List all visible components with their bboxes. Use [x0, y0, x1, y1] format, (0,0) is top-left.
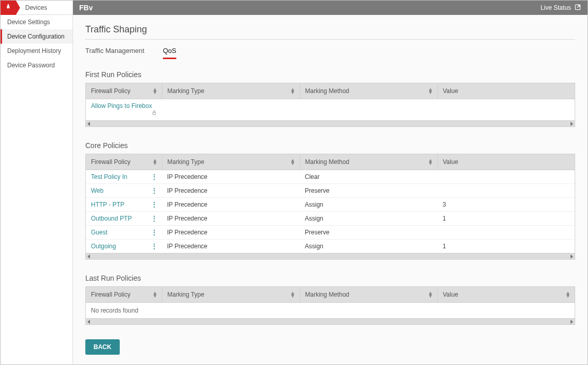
column-header-marking-method[interactable]: Marking Method▲▼: [300, 83, 437, 99]
cell-marking-method: Assign: [300, 212, 437, 226]
cell-value: 1: [437, 212, 575, 226]
sort-icon: ▲▼: [290, 159, 296, 165]
cell-marking-type: IP Precedence: [162, 226, 300, 240]
column-header-label: Marking Type: [168, 87, 205, 95]
column-header-marking-method[interactable]: Marking Method▲▼: [300, 154, 437, 170]
row-menu-icon[interactable]: ⋮: [151, 243, 157, 250]
cell-marking-method: Clear: [300, 170, 437, 184]
tab-qos[interactable]: QoS: [163, 47, 176, 59]
column-header-value[interactable]: Value▲▼: [437, 287, 575, 303]
main: FBv Live Status Traffic Shaping Traffic …: [73, 1, 587, 364]
sort-icon: ▲▼: [428, 159, 433, 165]
section-title-first-run: First Run Policies: [85, 70, 575, 79]
horizontal-scrollbar[interactable]: [86, 120, 575, 126]
section-last-run: Last Run Policies Firewall Policy▲▼ Mark…: [85, 274, 575, 325]
table-row: HTTP - PTP⋮IP PrecedenceAssign3: [86, 198, 575, 212]
column-header-marking-type[interactable]: Marking Type▲▼: [162, 83, 300, 99]
column-header-label: Value: [443, 291, 458, 298]
cell-marking-method: Assign: [300, 198, 437, 212]
row-menu-icon[interactable]: ⋮: [151, 215, 157, 222]
sidebar-header: Devices: [1, 1, 72, 15]
live-status-label: Live Status: [541, 4, 571, 11]
sidebar-item-device-settings[interactable]: Device Settings: [1, 15, 72, 29]
cell-value: [437, 99, 575, 121]
column-header-label: Marking Type: [168, 291, 205, 298]
cell-marking-type: IP Precedence: [162, 184, 300, 198]
column-header-firewall-policy[interactable]: Firewall Policy▲▼: [86, 154, 162, 170]
column-header-value[interactable]: Value: [437, 154, 575, 170]
sort-icon: ▲▼: [565, 291, 571, 298]
sidebar-item-device-password[interactable]: Device Password: [1, 58, 72, 72]
svg-rect-3: [153, 113, 156, 115]
column-header-firewall-policy[interactable]: Firewall Policy▲▼: [86, 287, 162, 303]
cell-marking-method: Assign: [300, 240, 437, 253]
page-title: Traffic Shaping: [85, 24, 575, 40]
svg-point-1: [7, 8, 9, 10]
cell-marking-type: IP Precedence: [162, 198, 300, 212]
column-header-label: Marking Method: [305, 291, 350, 298]
back-button[interactable]: BACK: [85, 339, 120, 355]
svg-marker-0: [1, 1, 20, 15]
cell-marking-method: Preserve: [300, 184, 437, 198]
horizontal-scrollbar[interactable]: [86, 318, 575, 324]
row-menu-icon[interactable]: ⋮: [151, 229, 157, 236]
row-menu-icon[interactable]: ⋮: [151, 173, 157, 180]
sidebar: Devices Device Settings Device Configura…: [1, 1, 73, 364]
tab-traffic-management[interactable]: Traffic Management: [85, 47, 144, 59]
row-menu-icon[interactable]: ⋮: [151, 187, 157, 194]
cell-marking-type: IP Precedence: [162, 240, 300, 253]
cell-value: 3: [437, 198, 575, 212]
cell-marking-type: [162, 99, 300, 121]
policy-link[interactable]: HTTP - PTP: [91, 201, 124, 208]
live-status-button[interactable]: Live Status: [541, 4, 581, 12]
column-header-label: Value: [443, 158, 458, 166]
cell-value: [437, 170, 575, 184]
cell-value: [437, 226, 575, 240]
horizontal-scrollbar[interactable]: [86, 253, 575, 259]
policy-link[interactable]: Test Policy In: [91, 173, 127, 180]
table-row: Guest⋮IP PrecedencePreserve: [86, 226, 575, 240]
external-link-icon: [574, 4, 581, 12]
column-header-marking-type[interactable]: Marking Type▲▼: [162, 287, 300, 303]
policy-link[interactable]: Web: [91, 187, 103, 194]
sidebar-item-device-configuration[interactable]: Device Configuration: [1, 29, 72, 44]
column-header-label: Firewall Policy: [91, 291, 131, 298]
sort-icon: ▲▼: [153, 159, 158, 165]
column-header-marking-method[interactable]: Marking Method▲▼: [300, 287, 437, 303]
sort-icon: ▲▼: [153, 88, 158, 94]
cell-marking-method: [300, 99, 437, 121]
cell-value: [437, 184, 575, 198]
policy-link[interactable]: Outbound PTP: [91, 215, 132, 222]
section-first-run: First Run Policies Firewall Policy▲▼ Mar…: [85, 70, 575, 127]
table-row: Outbound PTP⋮IP PrecedenceAssign1: [86, 212, 575, 226]
row-menu-icon[interactable]: ⋮: [151, 201, 157, 208]
sidebar-list: Device Settings Device Configuration Dep…: [1, 15, 72, 72]
column-header-label: Marking Method: [305, 87, 350, 95]
column-header-marking-type[interactable]: Marking Type▲▼: [162, 154, 300, 170]
table-first-run: Firewall Policy▲▼ Marking Type▲▼ Marking…: [85, 83, 575, 127]
table-row: Web⋮IP PrecedencePreserve: [86, 184, 575, 198]
policy-link[interactable]: Outgoing: [91, 243, 116, 250]
policy-link[interactable]: Guest: [91, 229, 107, 236]
sidebar-header-label: Devices: [25, 4, 47, 11]
cell-marking-type: IP Precedence: [162, 170, 300, 184]
table-row: Test Policy In⋮IP PrecedenceClear: [86, 170, 575, 184]
topbar: FBv Live Status: [73, 1, 587, 15]
cell-marking-method: Preserve: [300, 226, 437, 240]
brand-flame-icon: [1, 1, 20, 15]
column-header-label: Value: [443, 87, 458, 95]
column-header-value[interactable]: Value: [437, 83, 575, 99]
sort-icon: ▲▼: [290, 88, 296, 94]
sidebar-item-deployment-history[interactable]: Deployment History: [1, 44, 72, 58]
sort-icon: ▲▼: [428, 88, 433, 94]
column-header-label: Firewall Policy: [91, 87, 131, 95]
table-last-run: Firewall Policy▲▼ Marking Type▲▼ Marking…: [85, 286, 575, 325]
empty-message: No records found: [86, 303, 575, 318]
tabs: Traffic Management QoS: [85, 47, 575, 59]
sort-icon: ▲▼: [290, 291, 296, 298]
policy-link[interactable]: Allow Pings to Firebox: [91, 102, 152, 110]
column-header-firewall-policy[interactable]: Firewall Policy▲▼: [86, 83, 162, 99]
table-core: Firewall Policy▲▼ Marking Type▲▼ Marking…: [85, 154, 575, 260]
cell-value: 1: [437, 240, 575, 253]
table-row: Outgoing⋮IP PrecedenceAssign1: [86, 240, 575, 253]
